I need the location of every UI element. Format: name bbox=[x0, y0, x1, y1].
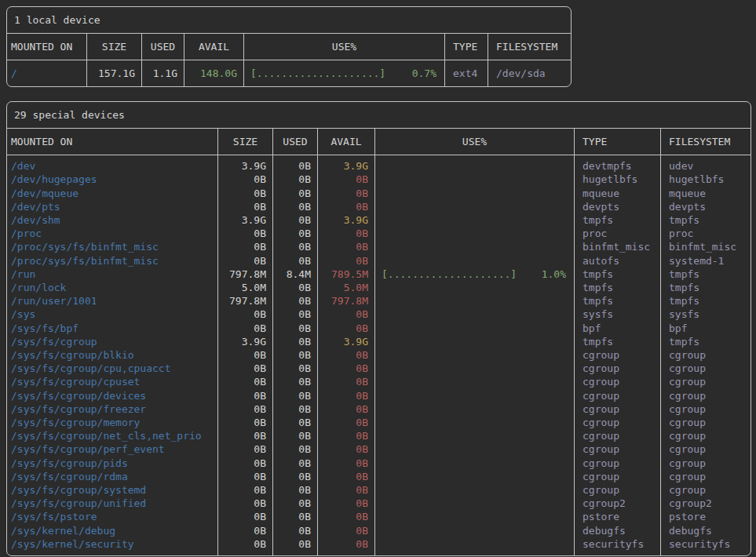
cell-used: 0B bbox=[272, 187, 317, 200]
cell-size: 0B bbox=[217, 537, 272, 555]
table-row: /sys/fs/cgroup/blkio0B0B0Bcgroupcgroup bbox=[7, 348, 751, 362]
cell-avail: 0B bbox=[317, 322, 374, 335]
cell-mounted-on: /sys/fs/cgroup/pids bbox=[7, 457, 217, 470]
cell-mounted-on: /sys/kernel/security bbox=[7, 537, 217, 555]
cell-filesystem: pstore bbox=[660, 510, 749, 523]
cell-used: 0B bbox=[272, 213, 317, 227]
cell-use-percent bbox=[374, 187, 574, 200]
cell-used: 0B bbox=[272, 537, 317, 555]
cell-use-percent bbox=[374, 510, 574, 523]
table-row: /sys/fs/cgroup/devices0B0B0Bcgroupcgroup bbox=[7, 389, 751, 402]
cell-size: 157.1G bbox=[86, 60, 141, 86]
cell-mounted-on: /dev/shm bbox=[7, 213, 217, 227]
cell-mounted-on: /proc bbox=[7, 227, 217, 240]
cell-type: mqueue bbox=[574, 187, 660, 200]
cell-avail: 0B bbox=[317, 375, 374, 388]
cell-size: 0B bbox=[217, 510, 272, 523]
special-devices-title: 29 special devices bbox=[7, 102, 751, 129]
cell-size: 0B bbox=[217, 200, 272, 213]
cell-filesystem: systemd-1 bbox=[660, 254, 749, 268]
usage-bar: [....................] bbox=[250, 67, 385, 80]
cell-size: 0B bbox=[217, 416, 272, 429]
cell-type: devpts bbox=[574, 200, 660, 213]
cell-filesystem: hugetlbfs bbox=[660, 173, 749, 186]
cell-type: cgroup bbox=[574, 348, 660, 362]
column-header-avail: AVAIL bbox=[317, 129, 374, 155]
cell-size: 0B bbox=[217, 497, 272, 510]
cell-mounted-on: /sys/kernel/debug bbox=[7, 524, 217, 537]
cell-used: 0B bbox=[272, 200, 317, 213]
cell-mounted-on: /run/lock bbox=[7, 281, 217, 294]
cell-used: 0B bbox=[272, 308, 317, 321]
cell-size: 0B bbox=[217, 483, 272, 497]
cell-type: tmpfs bbox=[574, 213, 660, 227]
cell-filesystem: binfmt_misc bbox=[660, 240, 749, 253]
column-header-mounted-on: MOUNTED ON bbox=[7, 34, 86, 60]
cell-used: 0B bbox=[272, 497, 317, 510]
local-devices-table: 1 local device MOUNTED ONSIZEUSEDAVAILUS… bbox=[6, 6, 572, 87]
cell-use-percent bbox=[374, 524, 574, 537]
table-row: /sys/kernel/security0B0B0Bsecurityfssecu… bbox=[7, 537, 751, 555]
cell-mounted-on: /proc/sys/fs/binfmt_misc bbox=[7, 254, 217, 268]
cell-mounted-on: /sys bbox=[7, 308, 217, 321]
cell-filesystem: cgroup2 bbox=[660, 497, 749, 510]
cell-used: 0B bbox=[272, 389, 317, 402]
column-header-use: USE% bbox=[374, 129, 574, 155]
cell-use-percent bbox=[374, 402, 574, 416]
column-header-filesystem: FILESYSTEM bbox=[488, 34, 569, 60]
cell-type: cgroup bbox=[574, 362, 660, 375]
cell-type: tmpfs bbox=[574, 335, 660, 348]
table-row: /sys/fs/cgroup/freezer0B0B0Bcgroupcgroup bbox=[7, 402, 751, 416]
cell-type: debugfs bbox=[574, 524, 660, 537]
cell-avail: 0B bbox=[317, 429, 374, 442]
cell-filesystem: proc bbox=[660, 227, 749, 240]
cell-avail: 0B bbox=[317, 389, 374, 402]
cell-size: 0B bbox=[217, 429, 272, 442]
cell-size: 0B bbox=[217, 348, 272, 362]
cell-avail: 5.0M bbox=[317, 281, 374, 294]
cell-type: cgroup bbox=[574, 470, 660, 483]
cell-mounted-on: / bbox=[7, 60, 86, 86]
cell-use-percent bbox=[374, 155, 574, 173]
table-row: /sys/fs/cgroup/systemd0B0B0Bcgroupcgroup bbox=[7, 483, 751, 497]
cell-used: 0B bbox=[272, 281, 317, 294]
cell-avail: 0B bbox=[317, 240, 374, 253]
cell-type: cgroup bbox=[574, 457, 660, 470]
cell-mounted-on: /sys/fs/cgroup/memory bbox=[7, 416, 217, 429]
cell-use-percent bbox=[374, 213, 574, 227]
cell-use-percent bbox=[374, 442, 574, 456]
cell-used: 0B bbox=[272, 470, 317, 483]
cell-use-percent bbox=[374, 335, 574, 348]
cell-use-percent bbox=[374, 322, 574, 335]
cell-used: 0B bbox=[272, 362, 317, 375]
cell-size: 797.8M bbox=[217, 268, 272, 281]
cell-avail: 0B bbox=[317, 308, 374, 321]
cell-avail: 3.9G bbox=[317, 213, 374, 227]
table-row: /sys/kernel/debug0B0B0Bdebugfsdebugfs bbox=[7, 524, 751, 537]
cell-mounted-on: /sys/fs/cgroup bbox=[7, 335, 217, 348]
cell-type: tmpfs bbox=[574, 294, 660, 308]
cell-mounted-on: /sys/fs/cgroup/net_cls,net_prio bbox=[7, 429, 217, 442]
table-row: /dev3.9G0B3.9Gdevtmpfsudev bbox=[7, 155, 751, 173]
cell-size: 0B bbox=[217, 322, 272, 335]
cell-avail: 0B bbox=[317, 254, 374, 268]
cell-type: devtmpfs bbox=[574, 155, 660, 173]
cell-avail: 0B bbox=[317, 470, 374, 483]
cell-avail: 0B bbox=[317, 442, 374, 456]
cell-type: cgroup bbox=[574, 442, 660, 456]
cell-filesystem: cgroup bbox=[660, 348, 749, 362]
cell-used: 0B bbox=[272, 457, 317, 470]
cell-used: 0B bbox=[272, 483, 317, 497]
cell-mounted-on: /sys/fs/cgroup/unified bbox=[7, 497, 217, 510]
cell-avail: 0B bbox=[317, 200, 374, 213]
local-devices-header-row: MOUNTED ONSIZEUSEDAVAILUSE%TYPEFILESYSTE… bbox=[7, 34, 571, 60]
cell-type: cgroup2 bbox=[574, 497, 660, 510]
cell-use-percent bbox=[374, 537, 574, 555]
cell-use-percent bbox=[374, 457, 574, 470]
cell-used: 0B bbox=[272, 227, 317, 240]
table-row: /dev/shm3.9G0B3.9Gtmpfstmpfs bbox=[7, 213, 751, 227]
cell-filesystem: securityfs bbox=[660, 537, 749, 555]
cell-mounted-on: /dev/pts bbox=[7, 200, 217, 213]
cell-use-percent bbox=[374, 362, 574, 375]
cell-type: hugetlbfs bbox=[574, 173, 660, 186]
